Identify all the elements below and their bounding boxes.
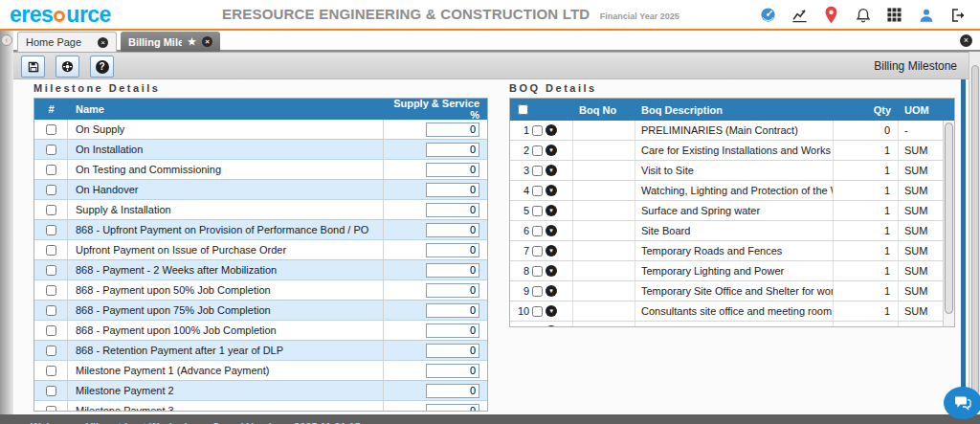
row-checkbox[interactable] <box>532 145 543 156</box>
chat-button[interactable] <box>944 387 980 419</box>
expand-chevron-down-icon[interactable]: ▼ <box>546 305 557 317</box>
table-row[interactable]: Upfront Payment on Issue of Purchase Ord… <box>34 240 487 260</box>
row-checkbox[interactable] <box>532 125 543 136</box>
row-checkbox[interactable] <box>532 266 543 277</box>
row-checkbox[interactable] <box>532 306 543 317</box>
close-icon[interactable]: × <box>98 37 108 48</box>
row-checkbox[interactable] <box>532 166 543 176</box>
eresource-logo[interactable]: eresurce <box>10 2 111 28</box>
table-row[interactable]: 5▼Surface and Spring water1SUM <box>510 201 945 221</box>
close-all-tabs-icon[interactable]: × <box>960 34 972 47</box>
supply-service-input[interactable] <box>426 303 479 318</box>
row-checkbox[interactable] <box>532 186 543 196</box>
tab-home-page[interactable]: Home Page × <box>17 32 117 52</box>
close-icon[interactable]: × <box>202 36 212 47</box>
supply-service-input[interactable] <box>426 123 479 137</box>
table-row[interactable]: 7▼Temporary Roads and Fences1SUM <box>510 241 945 261</box>
apps-grid-icon[interactable] <box>885 6 903 24</box>
table-row[interactable]: 868 - Payment upon 50% Job Completion <box>34 280 487 301</box>
supply-service-input[interactable] <box>426 163 479 177</box>
settings-button[interactable] <box>56 56 79 78</box>
table-row[interactable]: 8▼Temporary Lighting and Power1SUM <box>510 261 945 281</box>
table-row[interactable]: 3▼Visit to Site1SUM <box>510 161 945 181</box>
table-row[interactable]: 868 - Payment - 2 Weeks after Mobilizati… <box>34 260 487 280</box>
help-button[interactable]: ? <box>90 56 114 78</box>
table-row[interactable]: 868 - Payment upon 100% Job Completion <box>34 321 487 341</box>
table-row[interactable]: Milestone Payment 1 (Advance Payment) <box>34 361 487 381</box>
expand-chevron-down-icon[interactable]: ▼ <box>546 225 557 236</box>
expand-chevron-down-icon[interactable]: ▼ <box>546 185 557 196</box>
boq-vertical-scrollbar[interactable] <box>943 121 954 327</box>
select-all-checkbox[interactable] <box>518 104 528 115</box>
row-checkbox[interactable] <box>46 406 56 413</box>
row-checkbox[interactable] <box>532 286 543 297</box>
expand-chevron-down-icon[interactable]: ▼ <box>546 245 557 257</box>
row-checkbox[interactable] <box>532 326 543 328</box>
table-row[interactable]: 868 - Payment upon 75% Job Completion <box>34 301 487 321</box>
supply-service-input[interactable] <box>426 344 479 358</box>
row-checkbox[interactable] <box>46 165 56 175</box>
expand-chevron-down-icon[interactable]: ▼ <box>546 145 557 156</box>
row-checkbox[interactable] <box>46 185 56 195</box>
row-checkbox[interactable] <box>46 325 56 336</box>
table-row[interactable]: 868 - Upfront Payment on Provision of Pe… <box>34 220 487 240</box>
table-row[interactable]: 868 - Retention Payment after 1 year of … <box>34 341 487 361</box>
row-checkbox[interactable] <box>46 285 56 296</box>
scrollbar-thumb[interactable] <box>945 123 953 314</box>
supply-service-input[interactable] <box>426 143 479 157</box>
tab-billing-milestone[interactable]: Billing Milestone ★ × <box>121 32 220 52</box>
main-vertical-scrollbar[interactable] <box>969 52 980 414</box>
expand-chevron-down-icon[interactable]: ▼ <box>546 205 557 216</box>
supply-service-input[interactable] <box>426 203 479 217</box>
table-row[interactable]: 6▼Site Board1SUM <box>510 221 945 241</box>
favorite-star-icon[interactable]: ★ <box>188 36 196 47</box>
supply-service-input[interactable] <box>426 364 479 378</box>
row-checkbox[interactable] <box>46 366 56 376</box>
notifications-bell-icon[interactable] <box>854 6 872 24</box>
row-checkbox[interactable] <box>46 305 56 316</box>
dashboard-gauge-icon[interactable] <box>759 6 777 24</box>
supply-service-input[interactable] <box>426 283 479 298</box>
row-checkbox[interactable] <box>532 226 543 236</box>
analytics-chart-icon[interactable] <box>791 6 809 24</box>
table-row[interactable]: On Testing and Commissioning <box>34 160 487 180</box>
expand-chevron-down-icon[interactable]: ▼ <box>546 285 557 297</box>
scrollbar-thumb[interactable] <box>971 65 979 395</box>
expand-chevron-down-icon[interactable]: ▼ <box>546 265 557 277</box>
supply-service-input[interactable] <box>426 243 479 257</box>
supply-service-input[interactable] <box>426 324 479 338</box>
supply-service-input[interactable] <box>426 404 479 413</box>
table-row[interactable]: 9▼Temporary Site Office and Shelter for … <box>510 281 945 301</box>
supply-service-input[interactable] <box>426 384 479 398</box>
row-checkbox[interactable] <box>532 246 543 257</box>
supply-service-input[interactable] <box>426 263 479 278</box>
row-checkbox[interactable] <box>46 346 56 356</box>
table-row[interactable]: On Installation <box>34 140 487 160</box>
table-row[interactable]: On Handover <box>34 180 487 200</box>
table-row[interactable]: 4▼Watching, Lighting and Protection of t… <box>510 181 945 201</box>
save-button[interactable] <box>21 56 45 78</box>
row-checkbox[interactable] <box>46 145 56 155</box>
sidebar-collapse-arrow-icon[interactable]: ‹ <box>1 34 12 46</box>
location-pin-icon[interactable] <box>822 6 840 24</box>
table-row[interactable]: Supply & Installation <box>34 200 487 220</box>
user-profile-icon[interactable] <box>917 6 935 24</box>
expand-chevron-down-icon[interactable]: ▼ <box>546 124 557 136</box>
table-row[interactable]: Milestone Payment 2 <box>34 381 487 401</box>
row-checkbox[interactable] <box>46 386 56 396</box>
row-checkbox[interactable] <box>532 206 543 216</box>
row-checkbox[interactable] <box>46 124 56 135</box>
row-checkbox[interactable] <box>46 245 56 256</box>
logout-icon[interactable] <box>948 6 967 24</box>
expand-chevron-down-icon[interactable]: ▼ <box>546 165 557 176</box>
supply-service-input[interactable] <box>426 223 479 237</box>
sidebar-collapsed-strip[interactable]: ‹ <box>0 31 13 414</box>
table-row[interactable]: ▼ <box>510 322 945 327</box>
supply-service-input[interactable] <box>426 183 479 197</box>
table-row[interactable]: Milestone Payment 3 <box>34 401 487 412</box>
row-checkbox[interactable] <box>46 265 56 276</box>
expand-chevron-down-icon[interactable]: ▼ <box>546 325 557 327</box>
row-checkbox[interactable] <box>46 205 56 215</box>
table-row[interactable]: 2▼Care for Existing Installations and Wo… <box>510 141 945 161</box>
table-row[interactable]: 10▼Consultants site office and meeting r… <box>510 301 945 322</box>
